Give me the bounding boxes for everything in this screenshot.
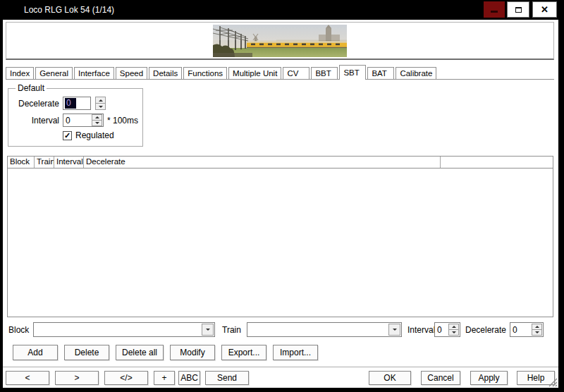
maximize-button[interactable]	[507, 1, 529, 18]
default-interval-spinner	[92, 114, 102, 126]
column-header-filler	[441, 157, 553, 168]
dropdown-icon	[393, 329, 397, 331]
import-button[interactable]: Import...	[273, 345, 318, 360]
spin-down-button[interactable]	[92, 120, 102, 126]
prev-next-loco-button[interactable]: </>	[104, 371, 148, 385]
entry-decelerate-value: 0	[510, 325, 531, 335]
table-body-empty[interactable]	[8, 169, 553, 317]
default-decelerate-spinner	[95, 97, 106, 110]
resize-grip[interactable]	[548, 378, 558, 387]
entry-decelerate-spinner	[532, 324, 542, 336]
default-interval-input[interactable]: 0	[63, 114, 104, 127]
block-combobox-arrow-button[interactable]	[202, 324, 214, 336]
entry-decelerate-input[interactable]: 0	[510, 322, 544, 337]
default-groupbox: Default Decelerate 0 Interval 0	[8, 83, 143, 147]
cancel-button[interactable]: Cancel	[421, 371, 460, 385]
column-header-decelerate[interactable]: Decelerate	[84, 157, 441, 168]
tab-interface[interactable]: Interface	[74, 67, 114, 79]
entry-decelerate-label: Decelerate	[465, 325, 506, 335]
tab-bar: Index General Interface Speed Details Fu…	[6, 65, 554, 80]
delete-button[interactable]: Delete	[64, 345, 109, 360]
tab-index[interactable]: Index	[6, 67, 34, 79]
add-button[interactable]: Add	[13, 345, 58, 360]
next-loco-button[interactable]: >	[55, 371, 99, 385]
entry-interval-value: 0	[435, 325, 448, 335]
column-header-train[interactable]: Train	[35, 157, 54, 168]
entry-interval-input[interactable]: 0	[434, 322, 460, 337]
table-header: Block Train Interval Decelerate	[8, 157, 553, 169]
ok-button[interactable]: OK	[369, 371, 411, 385]
tab-sbt[interactable]: SBT	[339, 65, 366, 80]
export-button[interactable]: Export...	[221, 345, 266, 360]
tab-bbt[interactable]: BBT	[311, 67, 338, 79]
close-icon: ✕	[541, 4, 548, 15]
minimize-icon	[491, 11, 498, 13]
entry-interval-label: Interval	[407, 325, 435, 335]
block-combobox[interactable]	[33, 322, 215, 337]
check-icon: ✓	[64, 131, 70, 140]
tab-bat[interactable]: BAT	[367, 67, 394, 79]
block-combobox-value	[34, 323, 201, 336]
spin-up-icon	[452, 326, 456, 328]
spin-down-button[interactable]	[95, 103, 106, 110]
titlebar[interactable]: Loco RLG Lok 54 (1/14) ✕	[0, 0, 564, 20]
app-window: Loco RLG Lok 54 (1/14) ✕	[0, 0, 564, 392]
spin-down-button[interactable]	[448, 329, 459, 336]
default-interval-label: Interval	[14, 116, 59, 125]
tab-details[interactable]: Details	[149, 67, 182, 79]
send-button[interactable]: Send	[205, 371, 249, 385]
spin-down-icon	[452, 331, 456, 333]
train-combobox[interactable]	[247, 322, 402, 337]
tab-functions[interactable]: Functions	[183, 67, 227, 79]
tab-calibrate[interactable]: Calibrate	[396, 67, 436, 79]
delete-all-button[interactable]: Delete all	[116, 345, 164, 360]
dialog-body: Index General Interface Speed Details Fu…	[3, 20, 558, 388]
entry-interval-spinner	[448, 324, 459, 336]
bottom-bar: < > </> + ABC Send OK Cancel Apply Help	[3, 367, 558, 388]
dropdown-icon	[206, 329, 210, 331]
groupbox-title: Default	[16, 83, 47, 93]
spin-up-icon	[535, 326, 539, 328]
selected-text: 0	[65, 98, 76, 109]
train-combobox-arrow-button[interactable]	[388, 324, 400, 336]
default-interval-value: 0	[66, 116, 70, 125]
banner-panel	[6, 22, 554, 60]
column-header-block[interactable]: Block	[8, 157, 35, 168]
spin-down-button[interactable]	[532, 329, 542, 336]
apply-button[interactable]: Apply	[470, 371, 508, 385]
close-button[interactable]: ✕	[532, 1, 557, 18]
default-decelerate-input[interactable]: 0	[63, 97, 91, 110]
spin-down-icon	[535, 331, 539, 333]
regulated-checkbox[interactable]: ✓	[63, 131, 72, 140]
window-title: Loco RLG Lok 54 (1/14)	[24, 5, 114, 15]
default-decelerate-row: Decelerate 0	[14, 97, 138, 110]
add-loco-button[interactable]: +	[154, 371, 175, 385]
minimize-button[interactable]	[484, 1, 505, 18]
prev-loco-button[interactable]: <	[6, 371, 49, 385]
default-decelerate-label: Decelerate	[14, 99, 59, 109]
modify-button[interactable]: Modify	[170, 345, 215, 360]
train-photo	[213, 25, 347, 57]
tab-cv[interactable]: CV	[283, 67, 309, 79]
spin-up-icon	[95, 116, 99, 118]
spin-down-icon	[99, 106, 103, 108]
sbt-table: Block Train Interval Decelerate	[7, 156, 553, 317]
regulated-row: ✓ Regulated	[63, 130, 138, 140]
maximize-icon	[515, 7, 522, 13]
tab-speed[interactable]: Speed	[116, 67, 147, 79]
spin-down-icon	[95, 122, 99, 124]
tab-general[interactable]: General	[35, 67, 73, 79]
action-button-row: Add Delete Delete all Modify Export... I…	[13, 345, 318, 360]
spin-up-icon	[99, 99, 103, 102]
abc-button[interactable]: ABC	[178, 371, 200, 385]
entry-train-label: Train	[222, 325, 241, 335]
tab-multiple-unit[interactable]: Multiple Unit	[228, 67, 281, 79]
train-combobox-value	[247, 323, 388, 336]
column-header-interval[interactable]: Interval	[54, 157, 84, 168]
default-interval-row: Interval 0 * 100ms	[14, 114, 138, 127]
regulated-label: Regulated	[75, 130, 114, 140]
interval-unit-label: * 100ms	[107, 116, 138, 125]
entry-block-label: Block	[8, 325, 29, 335]
